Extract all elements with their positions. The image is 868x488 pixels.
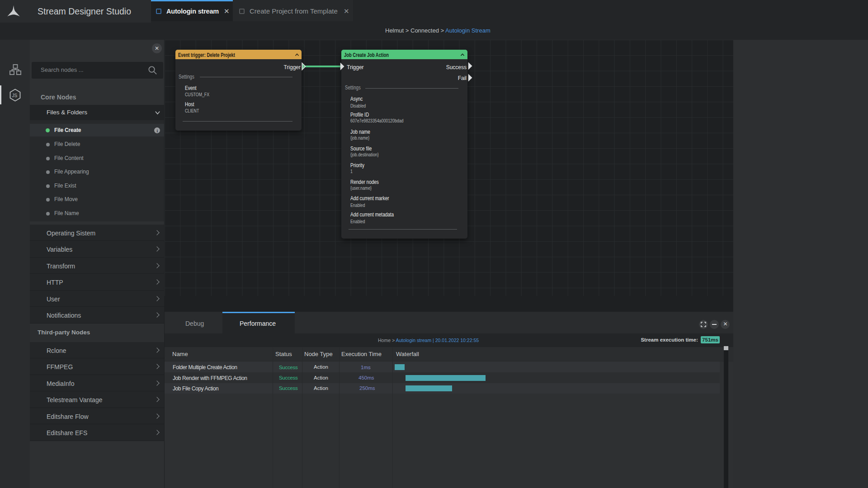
svg-text:JS: JS (12, 93, 18, 98)
